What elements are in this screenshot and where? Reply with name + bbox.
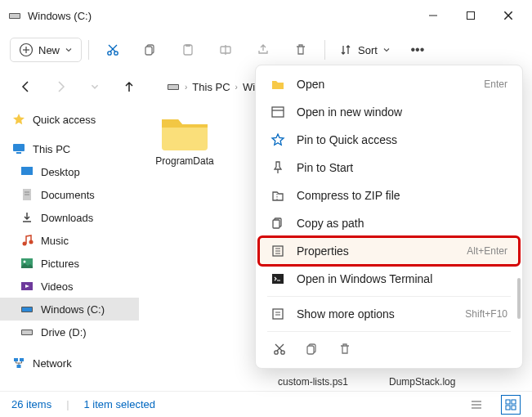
copy-button[interactable] xyxy=(133,36,168,64)
sidebar-documents[interactable]: Documents xyxy=(0,183,139,206)
drive-icon xyxy=(8,9,21,22)
sidebar-videos[interactable]: Videos xyxy=(0,275,139,298)
up-button[interactable] xyxy=(118,75,141,98)
file-label: ProgramData xyxy=(155,155,213,167)
ctx-more-options[interactable]: Show more optionsShift+F10 xyxy=(259,300,519,328)
more-button[interactable]: ••• xyxy=(400,36,435,64)
ctx-label: Pin to Quick access xyxy=(297,133,507,146)
svg-rect-43 xyxy=(273,220,279,228)
close-button[interactable] xyxy=(490,2,527,29)
document-icon xyxy=(20,187,34,202)
drive-icon xyxy=(167,80,180,93)
ctx-properties[interactable]: PropertiesAlt+Enter xyxy=(259,237,519,265)
window-title: Windows (C:) xyxy=(28,10,414,22)
svg-rect-39 xyxy=(272,107,284,117)
sidebar-item-label: Videos xyxy=(41,280,74,293)
paste-button[interactable] xyxy=(171,36,205,64)
minimize-button[interactable] xyxy=(414,2,452,29)
svg-rect-38 xyxy=(17,365,21,368)
sidebar-item-label: This PC xyxy=(33,143,70,155)
sort-icon xyxy=(338,43,353,57)
paste-icon xyxy=(181,43,195,57)
sort-button[interactable]: Sort xyxy=(332,38,397,61)
share-button[interactable] xyxy=(246,36,280,64)
chevron-down-icon xyxy=(65,46,73,54)
sidebar-this-pc[interactable]: This PC xyxy=(0,137,139,160)
status-bar: 26 items | 1 item selected xyxy=(0,391,532,417)
svg-rect-57 xyxy=(307,346,314,354)
ctx-terminal[interactable]: Open in Windows Terminal xyxy=(259,265,519,293)
svg-rect-36 xyxy=(14,358,18,361)
ctx-open[interactable]: OpenEnter xyxy=(259,70,519,98)
svg-point-9 xyxy=(108,52,111,55)
maximize-button[interactable] xyxy=(452,2,490,29)
ctx-copy-path[interactable]: Copy as path xyxy=(259,209,519,237)
rename-icon xyxy=(218,43,233,57)
breadcrumb-thispc[interactable]: This PC xyxy=(192,81,230,93)
sidebar-item-label: Desktop xyxy=(41,166,80,178)
download-icon xyxy=(20,210,34,225)
svg-rect-3 xyxy=(467,12,475,20)
ctx-label: Show more options xyxy=(297,307,454,321)
ctx-compress-zip[interactable]: Compress to ZIP file xyxy=(259,182,519,209)
window-icon xyxy=(270,105,285,119)
sidebar-quick-access[interactable]: Quick access xyxy=(0,108,139,131)
drive-icon xyxy=(20,325,34,339)
svg-point-52 xyxy=(275,351,278,354)
ctx-shortcut: Alt+Enter xyxy=(467,245,507,257)
ctx-pin-quick[interactable]: Pin to Quick access xyxy=(259,126,519,154)
sidebar-d-drive[interactable]: Drive (D:) xyxy=(0,321,139,343)
zip-icon xyxy=(270,188,285,203)
sidebar-downloads[interactable]: Downloads xyxy=(0,206,139,229)
svg-rect-23 xyxy=(21,167,33,175)
trash-icon xyxy=(293,43,308,57)
recent-button[interactable] xyxy=(83,75,106,98)
new-button[interactable]: New xyxy=(10,38,82,62)
view-list-button[interactable] xyxy=(467,395,486,415)
svg-rect-21 xyxy=(13,144,25,151)
forward-button[interactable] xyxy=(49,75,72,98)
sidebar-desktop[interactable]: Desktop xyxy=(0,160,139,183)
sidebar: Quick access This PC Desktop Documents D… xyxy=(0,105,139,391)
ctx-label: Compress to ZIP file xyxy=(297,189,507,202)
properties-icon xyxy=(270,244,285,258)
music-icon xyxy=(20,233,34,248)
sidebar-network[interactable]: Network xyxy=(0,352,139,374)
more-icon xyxy=(270,307,285,321)
trash-icon[interactable] xyxy=(338,342,352,356)
folder-programdata[interactable]: ProgramData xyxy=(147,110,222,175)
svg-rect-48 xyxy=(272,274,284,284)
rename-button[interactable] xyxy=(208,36,243,64)
separator xyxy=(267,331,511,332)
ctx-open-new-window[interactable]: Open in new window xyxy=(259,98,519,126)
svg-rect-37 xyxy=(20,358,24,361)
delete-button[interactable] xyxy=(284,36,318,64)
svg-rect-62 xyxy=(512,400,516,404)
terminal-icon xyxy=(270,271,285,286)
svg-rect-1 xyxy=(10,14,20,18)
scrollbar-thumb[interactable] xyxy=(517,278,521,319)
ctx-label: Open in new window xyxy=(297,105,507,119)
ctx-pin-start[interactable]: Pin to Start xyxy=(259,154,519,182)
file-custom-lists[interactable]: custom-lists.ps1 xyxy=(278,376,348,388)
svg-rect-20 xyxy=(168,85,178,89)
plus-icon xyxy=(19,43,34,57)
sidebar-c-drive[interactable]: Windows (C:) xyxy=(0,298,139,321)
sidebar-pictures[interactable]: Pictures xyxy=(0,252,139,275)
view-grid-button[interactable] xyxy=(501,395,521,415)
sidebar-item-label: Quick access xyxy=(33,114,96,126)
sidebar-music[interactable]: Music xyxy=(0,229,139,252)
sidebar-item-label: Pictures xyxy=(41,258,79,270)
chevron-down-icon xyxy=(382,46,391,54)
sidebar-item-label: Downloads xyxy=(41,212,93,224)
file-dumpstack[interactable]: DumpStack.log xyxy=(389,376,455,388)
scissors-icon[interactable] xyxy=(272,342,287,356)
sidebar-item-label: Windows (C:) xyxy=(41,303,105,316)
share-icon xyxy=(256,43,270,57)
network-icon xyxy=(11,356,26,370)
cut-button[interactable] xyxy=(96,36,130,64)
back-button[interactable] xyxy=(15,75,38,98)
folder-open-icon xyxy=(270,77,285,92)
copy-icon[interactable] xyxy=(305,342,320,356)
drive-icon xyxy=(20,302,34,316)
